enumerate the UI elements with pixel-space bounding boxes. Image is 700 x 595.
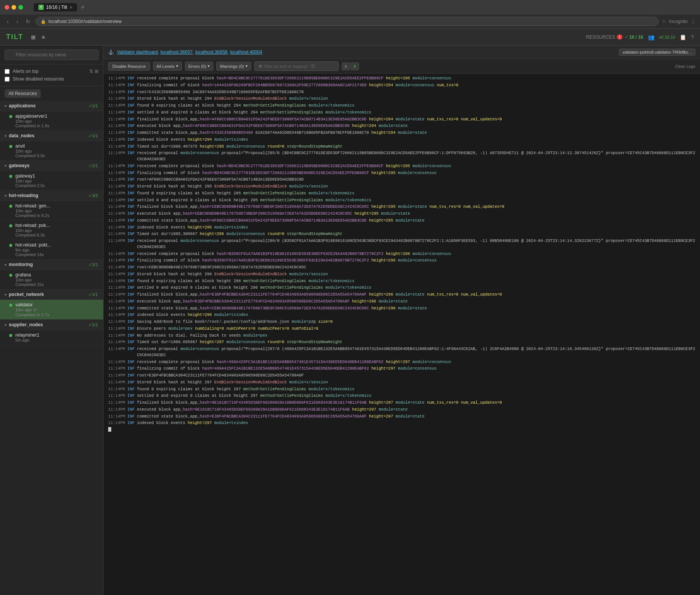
log-timestamp: 11:14PM xyxy=(108,218,125,224)
group-header-pocket_network[interactable]: ▾ pocket_network ✓1/1 xyxy=(0,289,103,300)
localhost-36658-link[interactable]: localhost:36658 xyxy=(195,49,227,55)
resource-item-validator[interactable]: validator 10m ago ↺ Completed in 1.7s xyxy=(0,300,103,320)
resource-item-anvil[interactable]: anvil 10m ago Completed 0.0s xyxy=(0,141,103,161)
log-timestamp: 11:14PM xyxy=(108,366,125,372)
log-message: received complete proposal block hash=49… xyxy=(137,359,695,365)
case-upper-button[interactable]: A xyxy=(342,62,350,70)
warnings-dropdown[interactable]: Warnings (0) ▾ xyxy=(216,62,251,71)
resource-completed: Completed in 1.9s xyxy=(15,123,99,128)
minimize-button[interactable] xyxy=(12,5,16,10)
clear-logs-button[interactable]: Clear Logs xyxy=(675,64,695,69)
log-timestamp: 11:14PM xyxy=(108,373,125,379)
group-header-data_nodes[interactable]: ▾ data_nodes ✓1/1 xyxy=(0,131,103,141)
log-level-badge: INF xyxy=(127,400,135,406)
all-resources-button[interactable]: All Resources xyxy=(5,89,41,98)
resource-status-dot xyxy=(9,244,12,247)
log-message: Stored block hash at height 295 EndBlock… xyxy=(137,184,695,190)
group-header-monitoring[interactable]: ▾ monitoring ✓1/1 xyxy=(0,260,103,270)
menu-icon[interactable]: ⋮ xyxy=(691,19,695,24)
log-timestamp: 11:14PM xyxy=(108,150,125,163)
log-message: indexed block events height=297 module=t… xyxy=(137,420,695,426)
list-icon[interactable]: ≡ xyxy=(42,34,45,40)
log-cursor-line xyxy=(104,427,700,432)
help-icon[interactable]: ? xyxy=(691,34,694,40)
show-disabled-checkbox[interactable] xyxy=(5,77,10,82)
tab-close-icon[interactable]: ✕ xyxy=(69,5,72,10)
log-message: Ensure peers module=pex numDialing=0 num… xyxy=(137,326,695,332)
log-message: indexed block events height=295 module=t… xyxy=(137,225,695,231)
resource-item-gateway1[interactable]: gateway1 10m ago Completed 2.5s xyxy=(0,171,103,191)
resource-name: hot-reload: gen... xyxy=(15,203,99,209)
log-level-badge: INF xyxy=(127,211,135,217)
case-lower-button[interactable]: A xyxy=(351,62,359,70)
bookmark-icon[interactable]: ☆ xyxy=(662,19,666,24)
split-icon[interactable]: ⊞ xyxy=(95,69,99,74)
log-line: 11:14PM INF settled 0 and expired 0 clai… xyxy=(104,109,700,116)
address-bar[interactable]: 🔒 localhost:10350/r/validator/overview xyxy=(36,17,659,26)
new-tab-button[interactable]: + xyxy=(79,4,87,11)
resource-meta: 10m ago xyxy=(15,119,99,123)
log-line: 11:14PM INF received complete proposal b… xyxy=(104,75,700,82)
log-line: 11:14PM INF finalizing commit of block h… xyxy=(104,170,700,177)
copy-icon[interactable]: 📋 xyxy=(680,34,686,40)
log-area[interactable]: 11:14PM INF received complete proposal b… xyxy=(104,74,700,595)
alerts-on-top-checkbox[interactable] xyxy=(5,69,10,74)
level-dropdown[interactable]: All Levels ▾ xyxy=(153,62,182,71)
sort-icon[interactable]: ⇅ xyxy=(89,69,93,74)
log-level-badge: INF xyxy=(127,319,135,325)
people-icon[interactable]: 👥 xyxy=(648,34,654,40)
log-level-badge: INF xyxy=(127,339,135,345)
group-header-supplier_nodes[interactable]: ▾ supplier_nodes ✓1/1 xyxy=(0,320,103,330)
localhost-40004-link[interactable]: localhost:40004 xyxy=(230,49,262,55)
group-status: ✓1/1 xyxy=(89,322,98,327)
log-timestamp: 11:14PM xyxy=(108,82,125,89)
log-timestamp: 11:14PM xyxy=(108,285,125,291)
version-badge: v0.33.10 xyxy=(659,35,675,39)
log-message: Stored block hash at height 296 EndBlock… xyxy=(137,271,695,278)
reload-button[interactable]: ↻ xyxy=(23,18,33,25)
group-header-hot-reloading[interactable]: ▾ hot-reloading ✓3/3 xyxy=(0,191,103,201)
group-status: ✓1/1 xyxy=(89,262,98,267)
validator-dashboard-link[interactable]: Validator dashboard xyxy=(117,49,158,55)
back-button[interactable]: ‹ xyxy=(5,18,11,25)
resource-item-hot-reload--pokt---[interactable]: hot-reload: pokt... 9m ago Completed 14s xyxy=(0,240,103,260)
grid-icon[interactable]: ⊞ xyxy=(31,34,36,40)
errors-dropdown[interactable]: Errors (0) ▾ xyxy=(185,62,213,71)
resource-item-hot-reload--gen---[interactable]: hot-reload: gen... 10m ago Completed in … xyxy=(0,201,103,220)
forward-button[interactable]: › xyxy=(14,18,21,25)
log-message: finalizing commit of block hash=BD4C0BC9… xyxy=(137,170,695,176)
log-line: 11:14PM INF received proposal module=con… xyxy=(104,238,700,251)
disable-resource-button[interactable]: Disable Resource xyxy=(108,62,150,71)
localhost-36657-link[interactable]: localhost:36657 xyxy=(160,49,193,55)
log-toolbar: Disable Resource All Levels ▾ Errors (0)… xyxy=(104,59,700,74)
group-header-gateways[interactable]: ▾ gateways ✓1/1 xyxy=(0,161,103,171)
group-header-applications[interactable]: ▾ applications ✓1/1 xyxy=(0,101,103,111)
log-level-badge: INF xyxy=(127,285,135,291)
close-button[interactable] xyxy=(5,5,9,10)
resource-meta: 10m ago xyxy=(15,149,99,153)
log-line: 11:14PM INF executed block app_hash=CEBC… xyxy=(104,210,700,217)
log-line: 11:14PM INF Stored block hash at height … xyxy=(104,379,700,386)
log-line: 11:14PM INF root=E3DF4FBCBBCA304C23111FE… xyxy=(104,372,700,379)
resource-status-dot xyxy=(9,145,12,148)
log-timestamp: 11:14PM xyxy=(108,76,125,82)
resource-status-dot xyxy=(9,304,12,307)
log-timestamp: 11:14PM xyxy=(108,407,125,413)
resource-name: hot-reload: pokt... xyxy=(15,242,99,248)
log-timestamp: 11:14PM xyxy=(108,359,125,365)
resource-info: relayminer1 5m ago xyxy=(15,332,99,342)
resource-item-hot-reload--pok---[interactable]: hot-reload: pok... 10m ago Completed 6.3… xyxy=(0,220,103,240)
resource-item-appgateserver1[interactable]: appgateserver1 10m ago Completed in 1.9s xyxy=(0,111,103,131)
log-filter-input[interactable]: ⊛ Filter by text or /regexp/ ⓘ xyxy=(254,61,339,71)
log-message: Timed out dur=1988.467375 height=295 mod… xyxy=(137,144,695,150)
maximize-button[interactable] xyxy=(18,5,23,10)
resource-item-grafana[interactable]: grafana 10m ago Completed 15s xyxy=(0,270,103,289)
app-logo: TILT xyxy=(6,33,23,41)
resource-item-relayminer1[interactable]: relayminer1 5m ago xyxy=(0,330,103,345)
log-cursor xyxy=(108,427,111,432)
main-content: 🔍 Alerts on top ⇅ ⊞ Show disabled resour… xyxy=(0,46,700,595)
active-tab[interactable]: T 16/16 | Tilt ✕ xyxy=(34,3,77,12)
copy-id-button[interactable]: validator-poktroll-validator-7f49dfbc... xyxy=(619,49,695,56)
sidebar-search: 🔍 xyxy=(0,46,103,64)
search-input[interactable] xyxy=(5,49,99,60)
